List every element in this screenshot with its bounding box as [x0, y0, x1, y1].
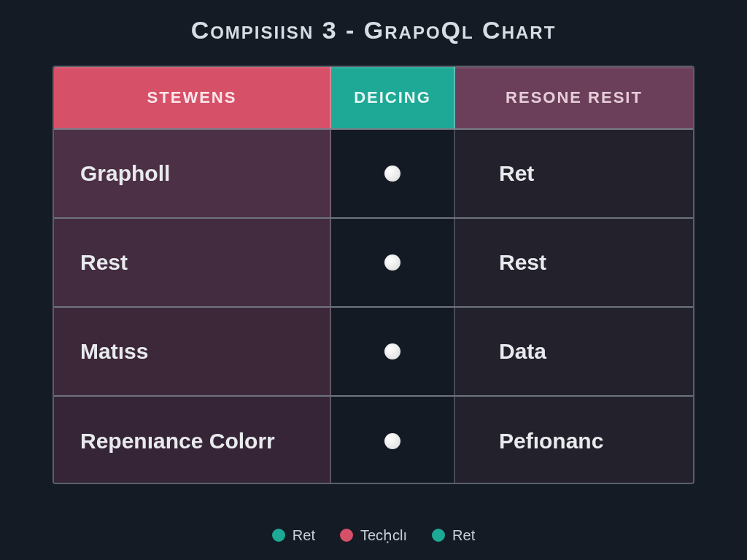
legend-item: Tecḥclı — [340, 526, 407, 544]
col-header-1: Stewens — [54, 67, 331, 128]
chart-title: Compısıısn 3 - GrapoQl Chart — [0, 0, 747, 44]
row-label: Rest — [54, 219, 331, 306]
row-mid — [331, 308, 455, 395]
row-mid — [331, 219, 455, 306]
row-right: Pefıonanc — [455, 397, 693, 484]
legend-item: Ret — [432, 526, 475, 544]
dot-icon — [384, 166, 400, 182]
dot-icon — [384, 433, 400, 449]
row-label: Repenıance Colorr — [54, 397, 331, 484]
legend-label: Ret — [293, 527, 315, 544]
table-row: Matıss Data — [54, 308, 693, 397]
col-header-2: Deıcing — [331, 67, 455, 128]
row-right: Ret — [455, 130, 693, 217]
table-row: Grapholl Ret — [54, 130, 693, 219]
row-label: Grapholl — [54, 130, 331, 217]
legend: Ret Tecḥclı Ret — [0, 526, 747, 544]
legend-dot-icon — [272, 529, 285, 542]
table-row: Repenıance Colorr Pefıonanc — [54, 397, 693, 484]
legend-dot-icon — [340, 529, 353, 542]
row-mid — [331, 397, 455, 484]
legend-item: Ret — [272, 526, 315, 544]
row-right: Rest — [455, 219, 693, 306]
dot-icon — [384, 254, 400, 271]
comparison-table: Stewens Deıcing Resone resıt Grapholl Re… — [53, 66, 694, 484]
row-label: Matıss — [54, 308, 331, 395]
dot-icon — [384, 343, 400, 359]
row-mid — [331, 130, 455, 217]
table-row: Rest Rest — [54, 219, 693, 308]
legend-label: Tecḥclı — [360, 526, 407, 544]
table-header-row: Stewens Deıcing Resone resıt — [54, 67, 693, 130]
row-right: Data — [455, 308, 693, 395]
legend-label: Ret — [452, 527, 475, 544]
legend-dot-icon — [432, 529, 445, 542]
col-header-3: Resone resıt — [455, 67, 693, 128]
